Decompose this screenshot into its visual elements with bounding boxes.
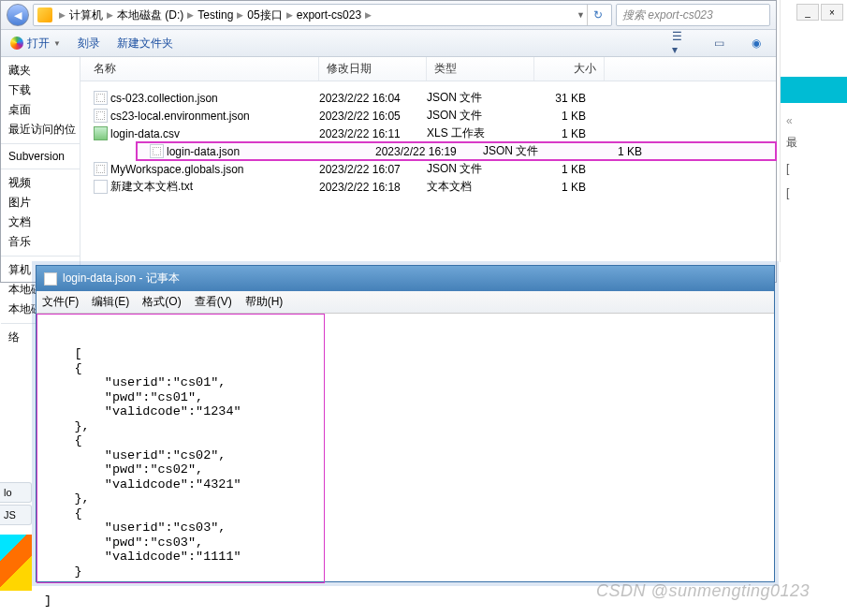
file-type: 文本文档 [427, 179, 534, 195]
breadcrumb-item[interactable]: 05接口 [247, 7, 282, 23]
chevron-right-icon: ▶ [59, 10, 66, 20]
file-size: 1 KB [534, 127, 605, 140]
chevron-right-icon: ▶ [286, 10, 293, 20]
toolbar: 打开 ▼ 刻录 新建文件夹 ☰ ▾ ▭ ◉ [1, 30, 776, 57]
file-row[interactable]: cs-023.collection.json2023/2/22 16:04JSO… [80, 89, 776, 107]
file-icon [94, 180, 108, 194]
open-button[interactable]: 打开 ▼ [10, 36, 61, 51]
file-name: MyWorkspace.globals.json [110, 163, 244, 176]
sidebar-item[interactable]: 最近访问的位 [1, 120, 80, 139]
file-row[interactable]: login-data.json2023/2/22 16:19JSON 文件1 K… [137, 142, 776, 160]
col-date-header[interactable]: 修改日期 [319, 57, 427, 81]
chevron-down-icon: ▼ [53, 39, 61, 48]
notepad-title: login-data.json - 记事本 [63, 271, 180, 286]
menu-edit[interactable]: 编辑(E) [92, 294, 129, 310]
menu-format[interactable]: 格式(O) [142, 294, 181, 310]
close-button[interactable]: × [821, 4, 843, 21]
sidebar-item[interactable]: 桌面 [1, 100, 80, 120]
view-options-button[interactable]: ☰ ▾ [671, 34, 692, 52]
notepad-window: login-data.json - 记事本 文件(F) 编辑(E) 格式(O) … [36, 265, 775, 582]
menu-help[interactable]: 帮助(H) [245, 294, 284, 310]
explorer-window: ◀ ▶ 计算机 ▶ 本地磁盘 (D:) ▶ Testing ▶ 05接口 ▶ e… [0, 0, 777, 283]
nav-sidebar: 藏夹 下载 桌面 最近访问的位 Subversion 视频 图片 文档 音乐 算… [1, 57, 80, 282]
file-size: 1 KB [591, 145, 661, 158]
minimize-button[interactable]: _ [796, 4, 819, 21]
notepad-content[interactable]: [ { "userid":"cs01", "pwd":"cs01", "vali… [37, 314, 774, 581]
file-date: 2023/2/22 16:18 [319, 181, 427, 194]
breadcrumb-item[interactable]: 计算机 [69, 7, 103, 23]
col-type-header[interactable]: 类型 [427, 57, 534, 81]
burn-button[interactable]: 刻录 [78, 36, 100, 51]
file-name: cs-023.collection.json [110, 92, 218, 105]
file-size: 1 KB [534, 110, 605, 123]
notepad-titlebar[interactable]: login-data.json - 记事本 [37, 266, 774, 291]
file-name: login-data.json [167, 145, 240, 158]
refresh-button[interactable]: ↻ [587, 5, 607, 25]
file-date: 2023/2/22 16:05 [319, 110, 427, 123]
open-icon [10, 37, 23, 50]
file-icon [94, 162, 108, 176]
sidebar-item[interactable]: Subversion [1, 148, 80, 165]
chevron-right-icon: ▶ [187, 10, 194, 20]
breadcrumb-item[interactable]: 本地磁盘 (D:) [117, 7, 183, 23]
file-row[interactable]: 新建文本文档.txt2023/2/22 16:18文本文档1 KB [80, 178, 776, 196]
file-icon [94, 109, 108, 123]
file-type: JSON 文件 [483, 143, 591, 159]
file-list: 名称 修改日期 类型 大小 cs-023.collection.json2023… [80, 57, 776, 282]
right-label: 最 [786, 135, 841, 151]
col-size-header[interactable]: 大小 [534, 57, 605, 81]
chevron-right-icon: ▶ [107, 10, 113, 20]
collapse-icon[interactable]: « [786, 114, 841, 127]
newfolder-button[interactable]: 新建文件夹 [117, 36, 173, 51]
notepad-icon [44, 272, 57, 286]
nav-back-button[interactable]: ◀ [7, 4, 29, 26]
menu-view[interactable]: 查看(V) [195, 294, 232, 310]
menu-file[interactable]: 文件(F) [42, 294, 79, 310]
breadcrumb[interactable]: ▶ 计算机 ▶ 本地磁盘 (D:) ▶ Testing ▶ 05接口 ▶ exp… [33, 4, 612, 26]
file-date: 2023/2/22 16:04 [319, 92, 427, 105]
file-row[interactable]: cs23-local.environment.json2023/2/22 16:… [80, 107, 776, 125]
search-placeholder: 搜索 export-cs023 [622, 7, 713, 23]
sidebar-item[interactable]: 下载 [1, 81, 80, 100]
right-panel: _ × « 最 [ [ [780, 0, 847, 262]
file-date: 2023/2/22 16:11 [319, 127, 427, 140]
file-size: 31 KB [534, 92, 605, 105]
left-fragments: lo JS [0, 482, 32, 591]
file-name: 新建文本文档.txt [110, 179, 193, 195]
right-label: [ [786, 162, 841, 175]
sidebar-item[interactable]: 音乐 [1, 232, 80, 252]
breadcrumb-dropdown[interactable]: ▼ [577, 10, 585, 20]
file-row[interactable]: login-data.csv2023/2/22 16:11XLS 工作表1 KB [80, 125, 776, 142]
file-name: login-data.csv [110, 127, 180, 140]
file-size: 1 KB [534, 181, 605, 194]
help-button[interactable]: ◉ [746, 34, 767, 52]
file-name: cs23-local.environment.json [110, 110, 250, 123]
file-icon [94, 126, 108, 140]
sidebar-item[interactable]: 文档 [1, 213, 80, 232]
accent-bar [781, 77, 847, 103]
breadcrumb-item[interactable]: export-cs023 [297, 8, 361, 22]
chevron-right-icon: ▶ [365, 10, 372, 20]
breadcrumb-item[interactable]: Testing [197, 8, 233, 22]
sidebar-item[interactable]: 图片 [1, 193, 80, 213]
file-size: 1 KB [534, 163, 605, 176]
file-type: XLS 工作表 [427, 125, 534, 141]
watermark: CSDN @sunmengting0123 [596, 581, 810, 601]
right-label: [ [786, 186, 841, 199]
search-input[interactable]: 搜索 export-cs023 [616, 4, 770, 26]
file-row[interactable]: MyWorkspace.globals.json2023/2/22 16:07J… [80, 160, 776, 178]
folder-icon [37, 7, 52, 22]
chevron-right-icon: ▶ [237, 10, 243, 20]
file-icon [150, 144, 164, 158]
preview-pane-button[interactable]: ▭ [708, 34, 729, 52]
file-date: 2023/2/22 16:07 [319, 163, 427, 176]
fragment-js: JS [0, 505, 32, 525]
col-name-header[interactable]: 名称 [80, 57, 319, 81]
file-icon [94, 91, 108, 105]
sidebar-item[interactable]: 视频 [1, 173, 80, 193]
file-type: JSON 文件 [427, 161, 534, 177]
file-date: 2023/2/22 16:19 [375, 145, 483, 158]
column-headers: 名称 修改日期 类型 大小 [80, 57, 776, 81]
notepad-text: [ { "userid":"cs01", "pwd":"cs01", "vali… [44, 346, 241, 608]
sidebar-item[interactable]: 藏夹 [1, 61, 80, 81]
